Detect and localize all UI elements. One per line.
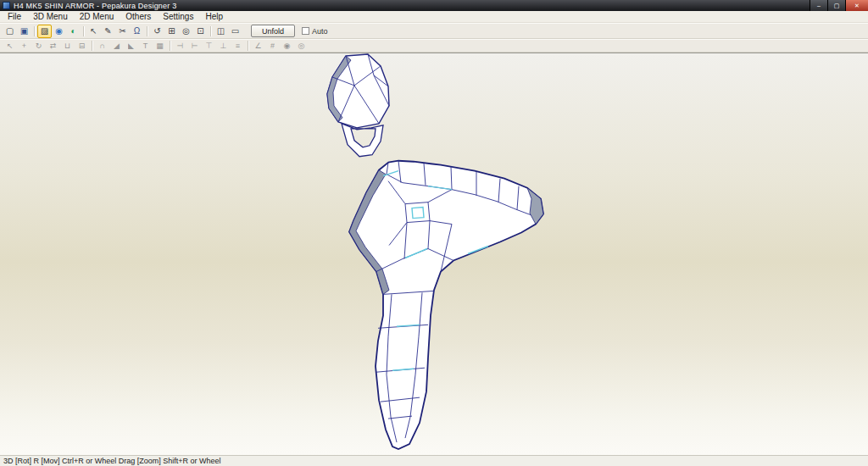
minimize-button[interactable]: – [810, 0, 827, 11]
image-tool-icon[interactable]: ▦ [153, 40, 167, 52]
menu-settings[interactable]: Settings [157, 11, 199, 23]
add-flap-icon[interactable]: ◢ [109, 40, 124, 52]
toolbar-separator [34, 26, 35, 36]
smooth-view-icon[interactable]: ◐ [66, 25, 81, 38]
menu-2d[interactable]: 2D Menu [74, 11, 120, 23]
fit-view-icon[interactable]: ⊡ [193, 25, 208, 38]
menu-file[interactable]: File [2, 11, 27, 23]
window-title: H4 MK5 SHIN ARMOR - Pepakura Designer 3 [14, 2, 810, 10]
model-large-piece [349, 161, 543, 449]
distribute-icon[interactable]: ≡ [231, 40, 245, 52]
close-button[interactable]: ✕ [845, 0, 868, 11]
pan-view-icon[interactable]: ⊞ [164, 25, 179, 38]
toolbar-separator [92, 41, 92, 51]
pen-tool-icon[interactable]: ✎ [101, 25, 115, 38]
align-bottom-icon[interactable]: ⊥ [216, 40, 231, 52]
app-icon [3, 2, 10, 9]
layout-full-icon[interactable]: ▭ [228, 25, 242, 38]
toolbar-main: ▢ ▣ ▨ ◉ ◐ ↖ ✎ ✂ Ω ↺ ⊞ ◎ ⊡ ◫ ▭ Unfold Aut… [0, 23, 868, 39]
new-file-icon[interactable]: ▢ [3, 25, 17, 38]
toolbar-separator [248, 41, 248, 51]
snap-icon[interactable]: ◉ [280, 40, 294, 52]
measure-icon[interactable]: ∠ [251, 40, 265, 52]
unfold-button[interactable]: Unfold [251, 25, 295, 37]
zoom-view-icon[interactable]: ◎ [179, 25, 193, 38]
auto-checkbox[interactable] [302, 27, 309, 35]
3d-viewport[interactable] [0, 53, 868, 455]
menubar: File 3D Menu 2D Menu Others Settings Hel… [0, 11, 868, 23]
menu-help[interactable]: Help [199, 11, 229, 23]
rotate-view-icon[interactable]: ↺ [150, 25, 164, 38]
texture-mode-icon[interactable]: ▨ [37, 25, 52, 38]
join-parts-icon[interactable]: ⊔ [60, 40, 75, 52]
toolbar-2d: ↖ + ↻ ⇄ ⊔ ⊟ ∩ ◢ ◣ T ▦ ⊣ ⊢ ⊤ ⊥ ≡ ∠ # ◉ ◎ [0, 39, 868, 53]
titlebar: H4 MK5 SHIN ARMOR - Pepakura Designer 3 … [0, 0, 868, 11]
auto-label: Auto [312, 27, 328, 36]
text-tool-icon[interactable]: T [138, 40, 153, 52]
toolbar-separator [83, 26, 84, 36]
select-tool-icon[interactable]: ↖ [86, 25, 101, 38]
toolbar-separator [170, 41, 170, 51]
model-small-hook [342, 124, 383, 157]
layout-split-icon[interactable]: ◫ [214, 25, 228, 38]
zoom-2d-icon[interactable]: ◎ [294, 40, 309, 52]
menu-others[interactable]: Others [120, 11, 157, 23]
auto-option: Auto [302, 27, 328, 36]
magnet-tool-icon[interactable]: Ω [130, 25, 144, 38]
align-top-icon[interactable]: ⊤ [202, 40, 216, 52]
toolbar-separator [210, 26, 211, 36]
divide-part-icon[interactable]: ⊟ [75, 40, 89, 52]
3d-model [0, 53, 868, 455]
move-part-icon[interactable]: + [17, 40, 31, 52]
statusbar: 3D [Rot] R [Mov] Ctrl+R or Wheel Drag [Z… [0, 455, 868, 466]
align-right-icon[interactable]: ⊢ [187, 40, 202, 52]
align-left-icon[interactable]: ⊣ [173, 40, 187, 52]
grid-icon[interactable]: # [265, 40, 280, 52]
select-part-icon[interactable]: ↖ [3, 40, 17, 52]
window-controls: – ▢ ✕ [810, 0, 868, 11]
flip-part-icon[interactable]: ⇄ [46, 40, 60, 52]
rotate-part-icon[interactable]: ↻ [31, 40, 46, 52]
scissors-tool-icon[interactable]: ✂ [115, 25, 130, 38]
edge-join-icon[interactable]: ∩ [95, 40, 109, 52]
remove-flap-icon[interactable]: ◣ [124, 40, 138, 52]
menu-3d[interactable]: 3D Menu [27, 11, 74, 23]
status-text: 3D [Rot] R [Mov] Ctrl+R or Wheel Drag [Z… [3, 457, 221, 465]
shaded-view-icon[interactable]: ◉ [52, 25, 66, 38]
maximize-button[interactable]: ▢ [827, 0, 845, 11]
toolbar-separator [147, 26, 147, 36]
save-icon[interactable]: ▣ [17, 25, 31, 38]
